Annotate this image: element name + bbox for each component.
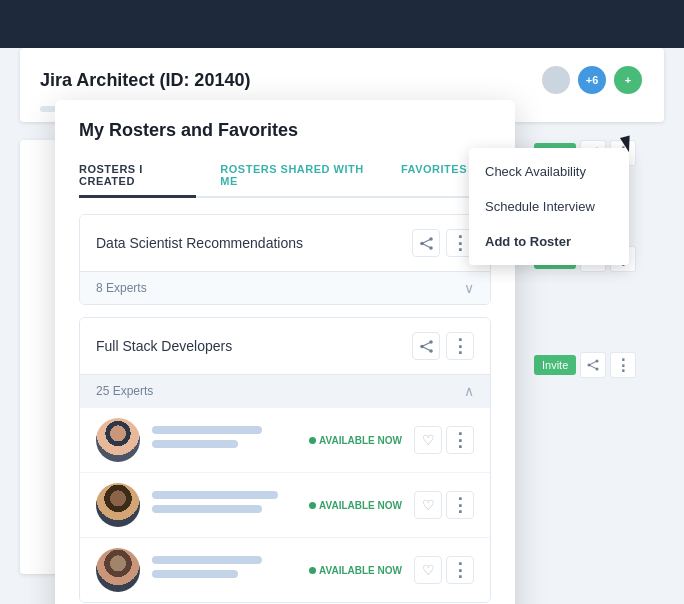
roster-1-footer: 8 Experts ∨ xyxy=(80,271,490,304)
svg-line-24 xyxy=(422,346,431,351)
expert-1-name-line xyxy=(152,426,262,434)
avatar-group: +6 + xyxy=(540,64,644,96)
svg-line-18 xyxy=(422,239,431,244)
expert-3-available-text: AVAILABLE NOW xyxy=(319,565,402,576)
dropdown-schedule-interview[interactable]: Schedule Interview xyxy=(469,189,629,224)
roster-2-experts-row: 25 Experts ∧ xyxy=(80,374,490,407)
expert-3-name-line xyxy=(152,556,262,564)
app-bar xyxy=(0,0,684,48)
avatar-count: +6 xyxy=(576,64,608,96)
expert-2-available-badge: AVAILABLE NOW xyxy=(309,500,402,511)
expert-2-avatar xyxy=(96,483,140,527)
expert-1-available-text: AVAILABLE NOW xyxy=(319,435,402,446)
expert-1-detail-line xyxy=(152,440,238,448)
expert-2-more-icon[interactable]: ⋮ xyxy=(446,491,474,519)
roster-card-1: Data Scientist Recommendations ⋮ 8 Exper… xyxy=(79,214,491,305)
modal-body: Data Scientist Recommendations ⋮ 8 Exper… xyxy=(55,198,515,604)
modal-tabs: ROSTERS I CREATED ROSTERS SHARED WITH ME… xyxy=(79,155,491,198)
dropdown-check-availability[interactable]: Check Availability xyxy=(469,154,629,189)
cursor-pointer xyxy=(620,138,632,156)
expert-3-more-icon[interactable]: ⋮ xyxy=(446,556,474,584)
expert-3-avatar xyxy=(96,548,140,592)
roster-2-share-icon[interactable] xyxy=(412,332,440,360)
expert-3-available-badge: AVAILABLE NOW xyxy=(309,565,402,576)
roster-2-chevron-up-icon[interactable]: ∧ xyxy=(464,383,474,399)
roster-1-actions: ⋮ xyxy=(412,229,474,257)
expert-2-name-line xyxy=(152,491,278,499)
roster-2-title: Full Stack Developers xyxy=(96,338,232,354)
expert-2-actions: ♡ ⋮ xyxy=(414,491,474,519)
expert-2-info xyxy=(152,491,309,519)
avatar-1 xyxy=(540,64,572,96)
expert-3-heart-icon[interactable]: ♡ xyxy=(414,556,442,584)
roster-2-more-icon[interactable]: ⋮ xyxy=(446,332,474,360)
roster-2-experts-count: 25 Experts xyxy=(96,384,153,398)
expert-1-actions: ♡ ⋮ xyxy=(414,426,474,454)
roster-2-actions: ⋮ xyxy=(412,332,474,360)
expert-1-info xyxy=(152,426,309,454)
expert-3-detail-line xyxy=(152,570,238,578)
roster-1-share-icon[interactable] xyxy=(412,229,440,257)
modal-card: My Rosters and Favorites ROSTERS I CREAT… xyxy=(55,100,515,604)
svg-line-19 xyxy=(422,243,431,248)
available-dot-2 xyxy=(309,502,316,509)
share-icon-3[interactable] xyxy=(580,352,606,378)
svg-line-23 xyxy=(422,342,431,347)
roster-card-2-header: Full Stack Developers ⋮ xyxy=(80,318,490,374)
expert-row-3: AVAILABLE NOW ♡ ⋮ xyxy=(80,537,490,602)
expert-1-heart-icon[interactable]: ♡ xyxy=(414,426,442,454)
expert-3-info xyxy=(152,556,309,584)
expert-3-actions: ♡ ⋮ xyxy=(414,556,474,584)
available-dot-1 xyxy=(309,437,316,444)
modal-header: My Rosters and Favorites ROSTERS I CREAT… xyxy=(55,100,515,198)
dropdown-add-to-roster[interactable]: Add to Roster xyxy=(469,224,629,259)
dropdown-menu: Check Availability Schedule Interview Ad… xyxy=(469,148,629,265)
roster-1-experts-count: 8 Experts xyxy=(96,281,147,295)
avatar-add[interactable]: + xyxy=(612,64,644,96)
expert-1-more-icon[interactable]: ⋮ xyxy=(446,426,474,454)
modal-title: My Rosters and Favorites xyxy=(79,120,491,141)
invite-row-3: Invite ⋮ xyxy=(534,352,664,378)
roster-card-2: Full Stack Developers ⋮ 25 Experts ∧ xyxy=(79,317,491,603)
tab-favorites[interactable]: FAVORITES xyxy=(401,155,467,198)
expert-2-heart-icon[interactable]: ♡ xyxy=(414,491,442,519)
svg-line-13 xyxy=(589,361,597,365)
expert-1-avatar xyxy=(96,418,140,462)
expert-2-detail-line xyxy=(152,505,262,513)
tab-rosters-shared[interactable]: ROSTERS SHARED WITH ME xyxy=(220,155,377,198)
roster-1-chevron-down-icon[interactable]: ∨ xyxy=(464,280,474,296)
expert-row-2: AVAILABLE NOW ♡ ⋮ xyxy=(80,472,490,537)
job-title: Jira Architect (ID: 20140) xyxy=(40,70,250,91)
roster-card-1-header: Data Scientist Recommendations ⋮ xyxy=(80,215,490,271)
tab-rosters-created[interactable]: ROSTERS I CREATED xyxy=(79,155,196,198)
svg-line-14 xyxy=(589,365,597,369)
expert-row-1: AVAILABLE NOW ♡ ⋮ xyxy=(80,407,490,472)
roster-1-title: Data Scientist Recommendations xyxy=(96,235,303,251)
invite-button-3[interactable]: Invite xyxy=(534,355,576,375)
more-icon-3[interactable]: ⋮ xyxy=(610,352,636,378)
available-dot-3 xyxy=(309,567,316,574)
expert-2-available-text: AVAILABLE NOW xyxy=(319,500,402,511)
expert-1-available-badge: AVAILABLE NOW xyxy=(309,435,402,446)
